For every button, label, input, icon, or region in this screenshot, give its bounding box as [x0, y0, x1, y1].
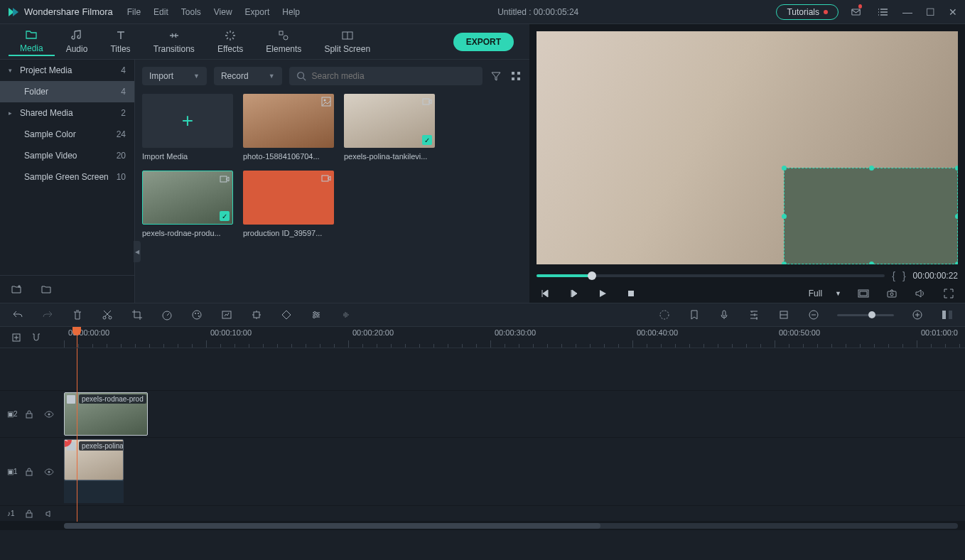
panel-tabs: Media Audio Titles Transitions Effects E… [0, 24, 529, 60]
mixer-icon[interactable] [748, 308, 760, 321]
sidebar-item-folder[interactable]: Folder4 [0, 81, 134, 102]
app-name: Wondershare Filmora [24, 6, 113, 17]
stop-button[interactable] [625, 287, 637, 300]
mark-out-icon[interactable]: } [902, 270, 906, 281]
preview-timecode: 00:00:00:22 [913, 271, 958, 281]
keyframe-icon[interactable] [280, 308, 293, 321]
tab-split-screen[interactable]: Split Screen [313, 29, 382, 54]
search-input-wrapper[interactable] [289, 67, 482, 85]
elements-icon [277, 29, 290, 42]
filter-icon[interactable] [490, 70, 502, 82]
quality-dropdown[interactable]: Full▼ [809, 289, 841, 298]
thumb-import[interactable]: + Import Media [142, 94, 233, 161]
redo-icon[interactable] [41, 308, 54, 321]
titlebar: Wondershare Filmora File Edit Tools View… [0, 0, 965, 24]
list-icon[interactable] [877, 6, 890, 18]
tab-audio[interactable]: Audio [55, 29, 99, 54]
add-track-icon[interactable] [10, 331, 23, 344]
maximize-button[interactable]: ☐ [925, 6, 935, 18]
timeline-scrollbar[interactable] [0, 522, 965, 530]
fullscreen-icon[interactable] [942, 287, 955, 300]
delete-icon[interactable] [71, 308, 84, 321]
menu-export[interactable]: Export [245, 7, 270, 17]
thumb-production[interactable]: production ID_39597... [243, 171, 334, 237]
playhead[interactable] [77, 327, 77, 348]
clip-polina[interactable]: pexels-polina- ✂ [64, 439, 124, 480]
sidebar-item-sample-green[interactable]: Sample Green Screen10 [0, 166, 134, 188]
video-track-2[interactable]: ▣2 pexels-rodnae-prod [0, 391, 965, 438]
crop-icon[interactable] [131, 308, 144, 321]
lock-icon[interactable] [23, 408, 36, 421]
video-track-1[interactable]: ▣1 pexels-polina- ✂ [0, 438, 965, 506]
tab-media[interactable]: Media [9, 28, 55, 56]
zoom-in-icon[interactable] [911, 308, 924, 321]
play-button[interactable] [596, 287, 609, 300]
close-button[interactable]: ✕ [948, 6, 958, 18]
plus-icon: + [182, 109, 193, 132]
svg-rect-41 [26, 471, 32, 475]
magnet-icon[interactable] [30, 331, 43, 344]
import-dropdown[interactable]: Import▼ [142, 67, 207, 85]
thumb-polina[interactable]: ✓ pexels-polina-tankilevi... [344, 94, 435, 161]
minimize-button[interactable]: — [902, 6, 912, 18]
folder-icon[interactable] [40, 283, 53, 296]
step-back-button[interactable] [568, 287, 581, 300]
green-screen-icon[interactable] [220, 308, 233, 321]
tab-effects[interactable]: Effects [206, 29, 254, 54]
lock-icon[interactable] [23, 465, 36, 478]
eye-icon[interactable] [43, 408, 55, 421]
menu-help[interactable]: Help [282, 7, 300, 17]
voiceover-icon[interactable] [718, 308, 731, 321]
mute-icon[interactable] [43, 507, 55, 520]
preview-viewport[interactable] [537, 31, 958, 264]
zoom-fit-icon[interactable] [941, 308, 954, 321]
render-icon[interactable] [658, 308, 671, 321]
motion-track-icon[interactable] [250, 308, 263, 321]
chevron-down-icon: ▼ [835, 290, 841, 297]
thumb-photo[interactable]: photo-15884106704... [243, 94, 334, 161]
sidebar-item-sample-color[interactable]: Sample Color24 [0, 124, 134, 145]
menu-file[interactable]: File [127, 7, 141, 17]
record-dropdown[interactable]: Record▼ [214, 67, 282, 85]
undo-icon[interactable] [11, 308, 24, 321]
prev-frame-button[interactable] [539, 287, 552, 300]
tutorials-button[interactable]: Tutorials [776, 4, 839, 20]
eye-icon[interactable] [43, 465, 55, 478]
snapshot-icon[interactable] [885, 287, 898, 300]
zoom-slider[interactable] [837, 314, 894, 316]
tab-transitions[interactable]: Transitions [142, 29, 206, 54]
compare-icon[interactable] [857, 287, 870, 300]
search-input[interactable] [312, 71, 475, 81]
sidebar-item-sample-video[interactable]: Sample Video20 [0, 145, 134, 166]
track-height-icon[interactable] [777, 308, 790, 321]
mark-in-icon[interactable]: { [892, 270, 895, 281]
svg-point-23 [195, 313, 196, 314]
menu-view[interactable]: View [214, 7, 232, 17]
tab-elements[interactable]: Elements [254, 29, 313, 54]
marker-icon[interactable] [688, 308, 701, 321]
adjust-icon[interactable] [310, 308, 323, 321]
lock-icon[interactable] [23, 507, 36, 520]
grid-view-icon[interactable] [510, 70, 522, 82]
menu-edit[interactable]: Edit [153, 7, 168, 17]
menu-tools[interactable]: Tools [181, 7, 201, 17]
cut-icon[interactable] [101, 308, 114, 321]
sidebar-item-project-media[interactable]: ▾Project Media4 [0, 60, 134, 81]
audio-adjust-icon[interactable] [340, 308, 352, 321]
clip-audio-wave [64, 480, 124, 503]
speed-icon[interactable] [161, 308, 173, 321]
thumb-rodnae[interactable]: ✓ pexels-rodnae-produ... [142, 171, 233, 237]
sidebar-item-shared-media[interactable]: ▸Shared Media2 [0, 102, 134, 124]
audio-track-1[interactable]: ♪1 [0, 506, 965, 522]
pip-overlay[interactable] [784, 168, 958, 264]
new-folder-icon[interactable] [10, 283, 23, 296]
message-icon[interactable] [851, 6, 864, 18]
color-icon[interactable] [190, 308, 203, 321]
zoom-out-icon[interactable] [807, 308, 820, 321]
volume-icon[interactable] [914, 287, 927, 300]
audio-track-icon: ♪1 [7, 510, 16, 518]
preview-scrubber[interactable] [537, 274, 885, 277]
export-button[interactable]: EXPORT [453, 33, 514, 51]
timeline-ruler[interactable]: 00:00:00:0000:00:10:0000:00:20:0000:00:3… [64, 327, 965, 348]
tab-titles[interactable]: Titles [99, 29, 141, 54]
